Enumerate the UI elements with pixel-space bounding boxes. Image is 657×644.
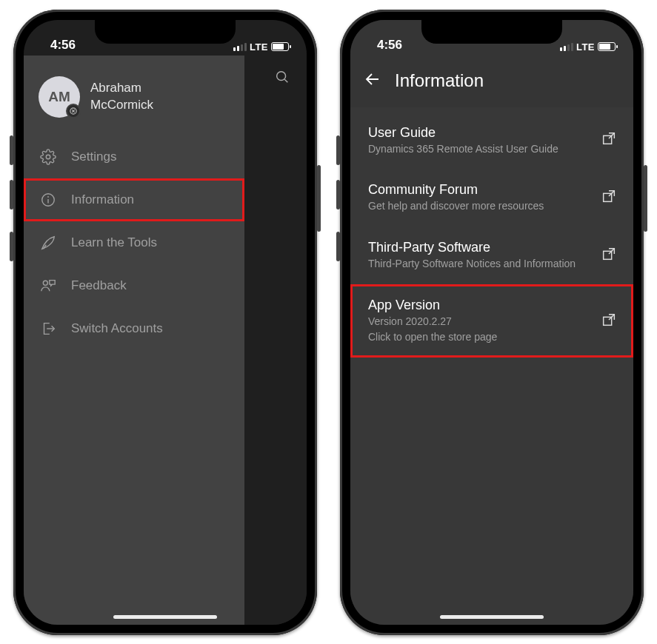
info-item-subtitle2: Click to open the store page [368, 330, 497, 344]
person-chat-icon [40, 278, 56, 294]
svg-point-8 [47, 195, 49, 197]
info-item-user-guide[interactable]: User Guide Dynamics 365 Remote Assist Us… [350, 112, 633, 170]
signal-icon [233, 43, 247, 51]
search-icon[interactable] [274, 69, 290, 88]
screen-right: 4:56 LTE Information Use [350, 20, 633, 625]
info-icon [40, 192, 56, 208]
quill-icon [40, 235, 56, 251]
avatar-initials: AM [48, 89, 70, 105]
sidebar-drawer: AM Abraham McCormick [24, 56, 244, 625]
info-item-community-forum[interactable]: Community Forum Get help and discover mo… [350, 169, 633, 227]
svg-point-9 [43, 281, 47, 285]
home-indicator [113, 615, 217, 619]
page-header: Information [350, 56, 633, 107]
svg-line-1 [284, 79, 287, 82]
home-indicator [440, 615, 544, 619]
svg-point-5 [46, 155, 50, 159]
signal-icon [560, 43, 573, 51]
notch [421, 20, 562, 44]
info-item-subtitle: Get help and discover more resources [368, 199, 544, 213]
menu-item-learn-tools[interactable]: Learn the Tools [24, 221, 244, 264]
info-item-title: App Version [368, 298, 497, 313]
status-network: LTE [250, 41, 268, 53]
arrow-left-icon [364, 70, 381, 88]
status-time: 4:56 [41, 38, 76, 53]
external-link-icon [601, 188, 617, 207]
presence-badge-offline-icon [66, 104, 81, 118]
svg-point-0 [277, 71, 286, 80]
profile-name: Abraham McCormick [90, 80, 153, 113]
back-button[interactable] [364, 70, 381, 91]
menu-label: Information [71, 192, 134, 207]
status-network: LTE [576, 41, 595, 53]
avatar: AM [39, 76, 80, 118]
info-item-subtitle: Third-Party Software Notices and Informa… [368, 257, 576, 271]
menu-item-switch-accounts[interactable]: Switch Accounts [24, 307, 244, 350]
menu-label: Learn the Tools [71, 235, 157, 250]
profile-row[interactable]: AM Abraham McCormick [24, 69, 244, 135]
external-link-icon [601, 246, 617, 265]
phone-frame-left: 4:56 LTE [13, 10, 317, 635]
info-item-title: User Guide [368, 125, 558, 141]
menu-label: Switch Accounts [71, 321, 163, 336]
menu-item-settings[interactable]: Settings [24, 135, 244, 178]
logout-icon [40, 321, 56, 337]
battery-icon [271, 42, 289, 51]
page-title: Information [395, 70, 484, 91]
menu-label: Settings [71, 150, 116, 164]
phone-frame-right: 4:56 LTE Information Use [340, 10, 644, 635]
info-item-title: Community Forum [368, 182, 544, 198]
info-item-title: Third-Party Software [368, 240, 576, 255]
info-item-subtitle: Dynamics 365 Remote Assist User Guide [368, 142, 558, 156]
menu-item-information[interactable]: Information [24, 178, 244, 221]
external-link-icon [601, 312, 617, 331]
external-link-icon [601, 130, 617, 150]
info-item-third-party-software[interactable]: Third-Party Software Third-Party Softwar… [350, 227, 633, 284]
notch [95, 20, 236, 44]
battery-icon [598, 42, 616, 51]
profile-first-name: Abraham [90, 80, 153, 96]
status-time: 4:56 [368, 38, 402, 53]
screen-left: 4:56 LTE [24, 20, 307, 625]
info-item-subtitle: Version 2020.2.27 [368, 315, 497, 329]
menu-label: Feedback [71, 278, 127, 293]
menu-item-feedback[interactable]: Feedback [24, 264, 244, 307]
info-item-app-version[interactable]: App Version Version 2020.2.27 Click to o… [350, 284, 633, 358]
gear-icon [40, 149, 56, 165]
profile-last-name: McCormick [90, 97, 153, 113]
